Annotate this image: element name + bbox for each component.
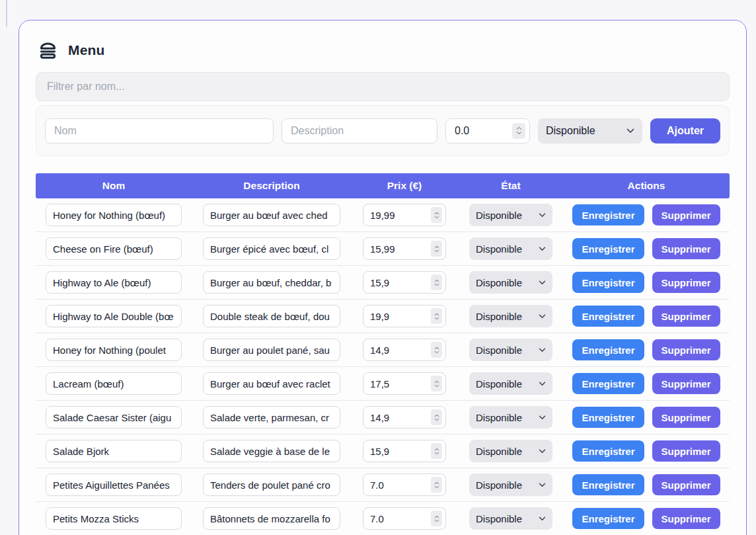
row-state-select[interactable]: Disponible bbox=[469, 507, 552, 530]
table-row: Disponible Enregistrer Supprimer bbox=[36, 232, 730, 266]
number-stepper[interactable] bbox=[431, 241, 442, 257]
number-stepper[interactable] bbox=[431, 409, 442, 425]
row-price-field bbox=[363, 507, 446, 530]
header-actions: Actions bbox=[564, 180, 728, 192]
row-name-input[interactable] bbox=[46, 507, 182, 530]
row-name-input[interactable] bbox=[46, 406, 182, 429]
row-description-input[interactable] bbox=[203, 440, 340, 462]
number-stepper[interactable] bbox=[431, 308, 442, 324]
save-button[interactable]: Enregistrer bbox=[572, 373, 644, 394]
new-name-input[interactable] bbox=[45, 118, 274, 144]
row-description-input[interactable] bbox=[203, 473, 340, 496]
row-state-select[interactable]: Disponible bbox=[469, 440, 552, 462]
number-stepper[interactable] bbox=[431, 376, 442, 391]
delete-button[interactable]: Supprimer bbox=[652, 440, 720, 462]
row-description-input[interactable] bbox=[203, 271, 340, 294]
delete-button[interactable]: Supprimer bbox=[652, 508, 720, 529]
number-stepper[interactable] bbox=[431, 477, 442, 493]
save-button[interactable]: Enregistrer bbox=[572, 440, 644, 462]
row-state-select[interactable]: Disponible bbox=[469, 237, 552, 260]
row-price-field bbox=[363, 440, 446, 462]
row-description-input[interactable] bbox=[203, 406, 340, 429]
delete-button[interactable]: Supprimer bbox=[652, 339, 720, 360]
chevron-down-icon bbox=[539, 314, 546, 319]
row-name-input[interactable] bbox=[46, 305, 182, 327]
chevron-up-icon bbox=[434, 279, 439, 282]
menu-table: Nom Description Prix (€) État Actions bbox=[36, 173, 730, 535]
save-button[interactable]: Enregistrer bbox=[572, 508, 644, 529]
chevron-up-icon bbox=[434, 380, 439, 384]
row-price-field bbox=[363, 204, 446, 226]
table-row: Disponible Enregistrer Supprimer bbox=[36, 367, 730, 401]
row-state-select[interactable]: Disponible bbox=[469, 339, 552, 361]
number-stepper[interactable] bbox=[431, 511, 442, 526]
row-name-input[interactable] bbox=[46, 237, 182, 260]
chevron-down-icon bbox=[539, 516, 546, 521]
number-stepper[interactable] bbox=[431, 443, 442, 459]
row-name-input[interactable] bbox=[46, 473, 182, 496]
number-stepper[interactable] bbox=[431, 342, 442, 358]
select-value: Disponible bbox=[476, 479, 522, 491]
chevron-down-icon bbox=[434, 317, 439, 320]
delete-button[interactable]: Supprimer bbox=[652, 474, 720, 495]
chevron-down-icon bbox=[539, 415, 546, 420]
row-state-select[interactable]: Disponible bbox=[469, 406, 552, 429]
save-button[interactable]: Enregistrer bbox=[572, 407, 644, 428]
filter-input[interactable] bbox=[36, 72, 730, 101]
row-description-input[interactable] bbox=[203, 339, 340, 361]
row-state-select[interactable]: Disponible bbox=[469, 204, 552, 226]
chevron-up-icon bbox=[434, 347, 439, 350]
delete-button[interactable]: Supprimer bbox=[652, 204, 720, 226]
row-name-input[interactable] bbox=[46, 440, 182, 462]
add-button[interactable]: Ajouter bbox=[650, 118, 720, 144]
header-prix: Prix (€) bbox=[352, 180, 457, 192]
row-name-input[interactable] bbox=[46, 271, 182, 294]
row-name-input[interactable] bbox=[46, 204, 182, 226]
save-button[interactable]: Enregistrer bbox=[572, 306, 644, 327]
delete-button[interactable]: Supprimer bbox=[652, 238, 720, 259]
menu-card: Menu Disponible Ajouter Nom Description … bbox=[19, 20, 747, 535]
number-stepper[interactable] bbox=[431, 274, 442, 290]
chevron-down-icon bbox=[539, 449, 546, 454]
save-button[interactable]: Enregistrer bbox=[572, 238, 644, 259]
chevron-down-icon bbox=[516, 131, 522, 135]
delete-button[interactable]: Supprimer bbox=[652, 373, 720, 394]
left-edge-artifact bbox=[6, 0, 7, 27]
new-description-input[interactable] bbox=[282, 118, 437, 144]
row-name-input[interactable] bbox=[46, 372, 182, 395]
table-row: Disponible Enregistrer Supprimer bbox=[36, 468, 730, 502]
number-stepper[interactable] bbox=[431, 207, 442, 223]
number-stepper[interactable] bbox=[512, 123, 525, 139]
select-value: Disponible bbox=[546, 125, 595, 137]
delete-button[interactable]: Supprimer bbox=[652, 407, 720, 428]
select-value: Disponible bbox=[476, 243, 522, 255]
new-state-select[interactable]: Disponible bbox=[538, 118, 642, 144]
save-button[interactable]: Enregistrer bbox=[572, 204, 644, 226]
table-body: Disponible Enregistrer Supprimer bbox=[36, 198, 730, 535]
save-button[interactable]: Enregistrer bbox=[572, 474, 644, 495]
select-value: Disponible bbox=[476, 378, 522, 390]
chevron-up-icon bbox=[434, 245, 439, 249]
chevron-down-icon bbox=[434, 384, 439, 388]
page-title: Menu bbox=[68, 42, 105, 58]
delete-button[interactable]: Supprimer bbox=[652, 306, 720, 327]
save-button[interactable]: Enregistrer bbox=[572, 339, 644, 360]
row-state-select[interactable]: Disponible bbox=[469, 271, 552, 294]
row-description-input[interactable] bbox=[203, 507, 340, 530]
burger-icon bbox=[38, 40, 58, 61]
row-name-input[interactable] bbox=[46, 339, 182, 361]
row-state-select[interactable]: Disponible bbox=[469, 473, 552, 496]
row-description-input[interactable] bbox=[203, 204, 340, 226]
row-state-select[interactable]: Disponible bbox=[469, 305, 552, 327]
row-description-input[interactable] bbox=[203, 237, 340, 260]
header-nom: Nom bbox=[36, 180, 192, 192]
row-description-input[interactable] bbox=[203, 305, 340, 327]
chevron-up-icon bbox=[434, 414, 439, 417]
save-button[interactable]: Enregistrer bbox=[572, 272, 644, 293]
row-state-select[interactable]: Disponible bbox=[469, 372, 552, 395]
row-price-field bbox=[363, 406, 446, 429]
delete-button[interactable]: Supprimer bbox=[652, 272, 720, 293]
table-row: Disponible Enregistrer Supprimer bbox=[36, 434, 730, 468]
chevron-down-icon bbox=[539, 483, 546, 487]
row-description-input[interactable] bbox=[203, 372, 340, 395]
